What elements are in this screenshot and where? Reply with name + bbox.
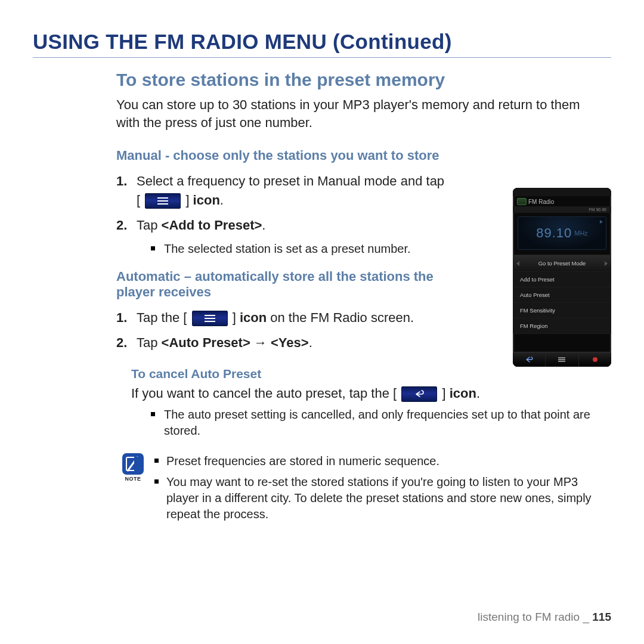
text-bold: <Add to Preset> bbox=[162, 218, 262, 233]
cancel-bullet: The auto preset setting is cancelled, an… bbox=[151, 407, 593, 439]
device-screenshot: FM Radio FM 90.90 89.10 MHz Go to Preset… bbox=[513, 188, 611, 367]
cancel-para: If you want to cancel the auto preset, t… bbox=[33, 385, 611, 403]
menu-icon bbox=[145, 193, 181, 209]
text: Select a frequency to preset in Manual m… bbox=[137, 174, 444, 208]
device-frequency: 89.10 bbox=[536, 225, 572, 241]
text-bold: icon bbox=[240, 310, 267, 325]
manual-heading: Manual - choose only the stations you wa… bbox=[33, 148, 611, 163]
speaker-icon bbox=[600, 220, 603, 224]
page-heading: USING THE FM RADIO MENU (Continued) bbox=[33, 30, 611, 58]
text-bold: <Auto Preset> → <Yes> bbox=[162, 335, 309, 350]
device-menu-item[interactable]: FM Sensitivity bbox=[513, 303, 611, 318]
page-footer: listening to FM radio _ 115 bbox=[478, 611, 611, 624]
text: If you want to cancel the auto preset, t… bbox=[131, 386, 397, 401]
text: . bbox=[262, 218, 265, 233]
section-heading: To store stations in the preset memory bbox=[33, 70, 611, 90]
device-menu-button[interactable] bbox=[546, 352, 578, 367]
text-bold: icon bbox=[193, 193, 220, 208]
text: on the FM Radio screen. bbox=[267, 310, 414, 325]
text: ] bbox=[233, 310, 240, 325]
menu-icon bbox=[192, 311, 228, 326]
device-menu-item[interactable]: Go to Preset Mode bbox=[513, 255, 611, 272]
text: ] bbox=[442, 386, 449, 401]
manual-step-1: Select a frequency to preset in Manual m… bbox=[116, 172, 450, 210]
device-menu-item[interactable]: Add to Preset bbox=[513, 272, 611, 287]
footer-sep: _ bbox=[583, 611, 589, 623]
text-bold: icon bbox=[450, 386, 476, 401]
text: Tap bbox=[137, 335, 162, 350]
text: ] bbox=[185, 193, 193, 208]
device-frequency-display: 89.10 MHz bbox=[518, 216, 606, 250]
device-menu-item[interactable]: Auto Preset bbox=[513, 287, 611, 303]
device-frequency-unit: MHz bbox=[574, 230, 588, 237]
text: . bbox=[220, 193, 224, 208]
footer-section: listening to FM radio bbox=[478, 611, 580, 623]
manual-step-2: Tap <Add to Preset>. bbox=[116, 216, 450, 235]
note-bullet-2: You may want to re-set the stored statio… bbox=[154, 474, 599, 522]
text: Tap bbox=[137, 218, 162, 233]
device-menu-item[interactable]: FM Region bbox=[513, 318, 611, 334]
text: . bbox=[309, 335, 312, 350]
device-title: FM Radio bbox=[513, 196, 611, 206]
note-label: NOTE bbox=[122, 476, 144, 482]
note-bullet-1: Preset frequencies are stored in numeric… bbox=[154, 453, 599, 469]
text: . bbox=[476, 386, 480, 401]
section-intro: You can store up to 30 stations in your … bbox=[33, 96, 611, 131]
footer-page-number: 115 bbox=[592, 611, 611, 623]
device-chip: FM 90.90 bbox=[513, 206, 611, 213]
device-record-button[interactable] bbox=[579, 352, 611, 367]
cancel-heading: To cancel Auto Preset bbox=[33, 367, 611, 381]
back-icon bbox=[401, 386, 437, 402]
device-menu: Go to Preset Mode Add to Preset Auto Pre… bbox=[513, 255, 611, 334]
device-back-button[interactable] bbox=[513, 352, 546, 367]
note-icon: NOTE bbox=[122, 453, 144, 482]
text: Tap the [ bbox=[137, 310, 187, 325]
